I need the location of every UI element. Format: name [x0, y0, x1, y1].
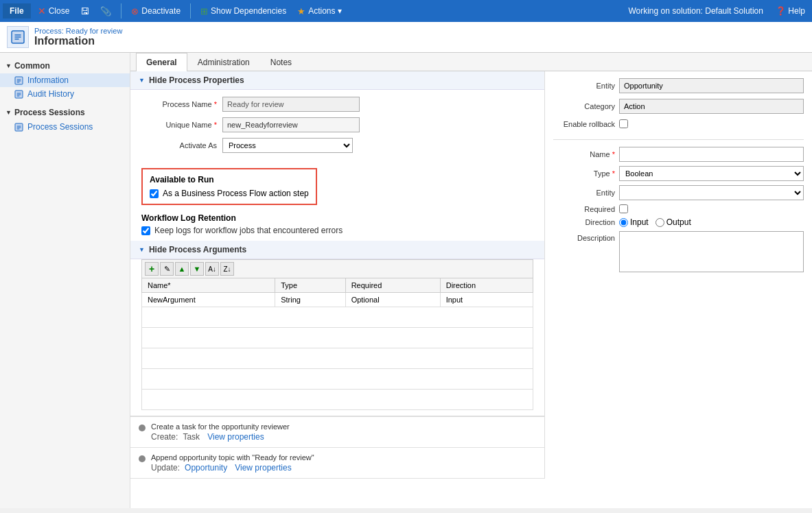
available-checkbox[interactable] — [150, 189, 159, 198]
move-down-button[interactable]: ▼ — [190, 262, 204, 276]
workflow-log-checkbox-row: Keep logs for workflow jobs that encount… — [141, 226, 533, 235]
process-dot-2 — [139, 455, 146, 462]
attach-button[interactable]: 📎 — [96, 5, 115, 18]
arg-name: NewArgument — [142, 293, 275, 307]
header-bar: Process: Ready for review Information — [0, 22, 812, 53]
direction-output-option[interactable]: Output — [656, 217, 691, 227]
process-name-input[interactable] — [222, 97, 360, 112]
process-item-1-action: Create: — [151, 432, 178, 442]
sort-za-button[interactable]: Z↓ — [220, 262, 234, 276]
move-up-button[interactable]: ▲ — [175, 262, 189, 276]
sidebar-process-sessions-header[interactable]: ▼ Process Sessions — [0, 105, 130, 120]
category-input[interactable] — [619, 99, 804, 114]
process-dot-1 — [139, 425, 146, 431]
process-item-1-content: Create a task for the opportunity review… — [151, 422, 536, 442]
direction-input-radio[interactable] — [619, 218, 628, 227]
unique-name-input[interactable] — [222, 117, 360, 132]
audit-icon — [14, 89, 23, 99]
chevron-down-icon: ▼ — [5, 62, 12, 69]
help-button[interactable]: ❓ Help — [772, 6, 809, 16]
entity-row: Entity — [553, 185, 804, 200]
category-label: Category — [553, 102, 615, 110]
right-panel: Entity Category Enable rollback Nam — [544, 71, 812, 479]
general-tab-content: ▼ Hide Process Properties Process Name U… — [130, 71, 812, 508]
direction-output-radio[interactable] — [656, 218, 664, 227]
process-sessions-section-label: Process Sessions — [14, 108, 85, 117]
hide-process-args-header[interactable]: ▼ Hide Process Arguments — [130, 241, 544, 259]
tab-general[interactable]: General — [136, 53, 187, 71]
deactivate-icon: ⊗ — [131, 6, 139, 16]
tab-administration[interactable]: Administration — [187, 53, 260, 71]
sidebar-item-information[interactable]: Information — [0, 73, 130, 87]
arg-type: String — [275, 293, 345, 307]
col-name: Name* — [142, 278, 275, 293]
activate-as-select[interactable]: Process Process Template — [222, 138, 353, 153]
process-item-1-link[interactable]: View properties — [207, 432, 264, 442]
sidebar-item-audit-history[interactable]: Audit History — [0, 87, 130, 101]
process-sessions-label: Process Sessions — [27, 122, 93, 132]
entity-row-top: Entity — [553, 78, 804, 93]
arguments-table: Name* Type Required Direction NewArgumen… — [141, 278, 533, 410]
process-item-2-entity[interactable]: Opportunity — [185, 463, 227, 473]
entity-select[interactable] — [619, 185, 804, 200]
type-label: Type — [553, 169, 615, 178]
enable-rollback-checkbox[interactable] — [619, 119, 628, 128]
show-dependencies-button[interactable]: ⊞ Show Dependencies — [196, 5, 290, 18]
description-textarea[interactable] — [619, 231, 804, 272]
file-button[interactable]: File — [3, 3, 31, 19]
workflow-log-checkbox[interactable] — [141, 226, 150, 235]
solution-label: Working on solution: Default Solution — [628, 6, 769, 16]
edit-arg-button[interactable]: ✎ — [160, 262, 174, 276]
direction-input-option[interactable]: Input — [619, 217, 649, 227]
direction-label: Direction — [553, 218, 615, 226]
collapse-arrow-icon-2: ▼ — [139, 246, 145, 253]
page-title: Information — [34, 35, 122, 47]
process-item-2: Append opportunity topic with "Ready for… — [130, 448, 544, 479]
empty-row — [142, 390, 533, 410]
separator — [121, 3, 121, 19]
sidebar-common-header[interactable]: ▼ Common — [0, 58, 130, 73]
save-icon: 🖫 — [80, 6, 89, 16]
required-checkbox[interactable] — [619, 204, 628, 213]
sort-az-button[interactable]: A↓ — [205, 262, 219, 276]
process-item-2-action: Update: — [151, 463, 180, 473]
process-item-1: Create a task for the opportunity review… — [130, 417, 544, 448]
description-label: Description — [553, 234, 615, 242]
name-label: Name — [553, 150, 615, 158]
sidebar-item-process-sessions[interactable]: Process Sessions — [0, 120, 130, 134]
empty-row — [142, 369, 533, 390]
arguments-section: + ✎ ▲ ▼ A↓ Z↓ Name* Type — [130, 259, 544, 416]
activate-as-row: Activate As Process Process Template — [141, 138, 533, 153]
description-row: Description — [553, 231, 804, 272]
process-item-2-title: Append opportunity topic with "Ready for… — [151, 453, 536, 462]
col-required: Required — [345, 278, 440, 293]
audit-history-label: Audit History — [27, 89, 74, 99]
information-icon — [14, 75, 23, 85]
available-checkbox-label: As a Business Process Flow action step — [163, 189, 309, 198]
hide-process-properties-header[interactable]: ▼ Hide Process Properties — [130, 71, 544, 90]
information-label: Information — [27, 75, 69, 85]
deactivate-button[interactable]: ⊗ Deactivate — [127, 5, 185, 18]
save-button[interactable]: 🖫 — [76, 5, 93, 18]
activate-as-select-wrap: Process Process Template — [222, 138, 353, 153]
col-direction: Direction — [440, 278, 533, 293]
common-label: Common — [14, 61, 50, 71]
left-column: ▼ Hide Process Properties Process Name U… — [130, 71, 544, 479]
name-row: Name — [553, 147, 804, 162]
name-input[interactable] — [619, 147, 804, 162]
tab-notes[interactable]: Notes — [260, 53, 302, 71]
process-item-2-link[interactable]: View properties — [235, 463, 292, 473]
actions-button[interactable]: ★ Actions ▾ — [293, 5, 346, 18]
empty-row — [142, 348, 533, 369]
header-subtitle: Process: Ready for review — [34, 27, 122, 35]
enable-rollback-label: Enable rollback — [553, 120, 615, 128]
direction-input-label: Input — [630, 217, 649, 227]
add-arg-button[interactable]: + — [145, 262, 159, 276]
entity-input-top[interactable] — [619, 78, 804, 93]
type-select[interactable]: Boolean DateTime Decimal Entity EntityCo… — [619, 166, 804, 181]
process-item-1-title: Create a task for the opportunity review… — [151, 422, 536, 431]
close-button[interactable]: ✕ Close — [34, 4, 74, 18]
chevron-down-icon-2: ▼ — [5, 109, 12, 116]
enable-rollback-row: Enable rollback — [553, 119, 804, 128]
table-row[interactable]: NewArgument String Optional Input — [142, 293, 533, 307]
